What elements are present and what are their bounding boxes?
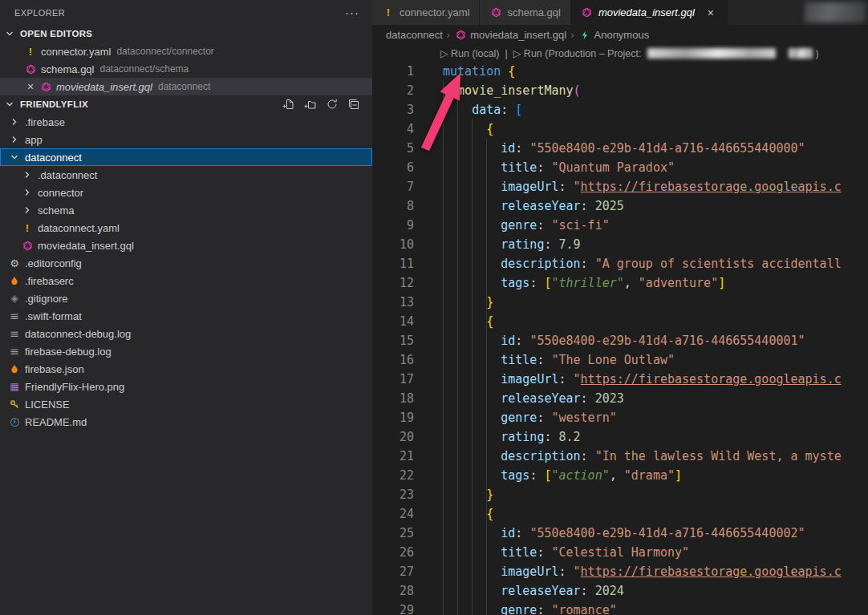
code-line-10[interactable]: 10 rating: 7.9 [372, 235, 868, 254]
yaml-warning-icon: ! [21, 221, 34, 234]
code-token: genre [501, 218, 537, 233]
code-token [443, 199, 501, 213]
file-item-editorconfig[interactable]: ⚙.editorconfig [0, 254, 372, 272]
code-text: imageUrl: "https://firebasestorage.googl… [443, 177, 868, 196]
file-item-dataconnect-yaml[interactable]: !dataconnect.yaml [0, 219, 372, 237]
code-text: rating: 8.2 [443, 427, 868, 447]
code-line-11[interactable]: 11 description: "A group of scientists a… [372, 254, 868, 273]
breadcrumb-item-anonymous[interactable]: Anonymous [578, 29, 650, 42]
codelens-run-production[interactable]: ▷ Run (Production – Project: [513, 47, 642, 59]
code-line-3[interactable]: 3 data: [ [372, 100, 868, 119]
tab-schema-gql[interactable]: schema.gql [480, 0, 570, 25]
code-line-2[interactable]: 2 movie_insertMany( [372, 81, 868, 100]
file-item-firebaserc[interactable]: .firebaserc [0, 272, 372, 289]
tabbar: !connector.yamlschema.gqlmoviedata_inser… [372, 0, 868, 25]
code-line-25[interactable]: 25 id: "550e8400-e29b-41d4-a716-44665544… [372, 524, 868, 543]
folder-item-dataconnect[interactable]: dataconnect [0, 148, 372, 166]
code-line-23[interactable]: 23 } [372, 485, 868, 504]
code-line-9[interactable]: 9 genre: "sci-fi" [372, 216, 868, 235]
open-editors-list: !connector.yamldataconnect/connectorsche… [0, 42, 372, 95]
code-line-16[interactable]: 16 title: "The Lone Outlaw" [372, 350, 868, 370]
code-line-5[interactable]: 5 id: "550e8400-e29b-41d4-a716-446655440… [372, 139, 868, 158]
lines-icon: ≡ [8, 310, 21, 322]
file-item-moviedata-insert-gql[interactable]: moviedata_insert.gql [0, 237, 372, 254]
line-number: 16 [372, 350, 443, 370]
code-line-29[interactable]: 29 genre: "romance" [372, 601, 868, 615]
close-icon[interactable]: × [24, 80, 37, 93]
code-line-26[interactable]: 26 title: "Celestial Harmony" [372, 543, 868, 562]
code-line-12[interactable]: 12 tags: ["thriller", "adventure"] [372, 273, 868, 293]
code-line-28[interactable]: 28 releaseYear: 2024 [372, 581, 868, 601]
code-token [443, 545, 501, 560]
code-token [443, 276, 501, 290]
code-token: id [501, 334, 515, 348]
line-number: 1 [372, 62, 443, 81]
code-line-17[interactable]: 17 imageUrl: "https://firebasestorage.go… [372, 370, 868, 389]
file-label: dataconnect-debug.log [25, 328, 131, 340]
open-editor-item-schema-gql[interactable]: schema.gqldataconnect/schema [0, 60, 372, 78]
collapse-all-button[interactable] [347, 97, 361, 111]
folder-item-app[interactable]: app [0, 131, 372, 148]
tab-connector-yaml[interactable]: !connector.yaml [372, 0, 480, 25]
code-line-20[interactable]: 20 rating: 8.2 [372, 427, 868, 447]
more-actions-button[interactable]: ··· [345, 6, 359, 19]
breadcrumb-separator: › [447, 29, 450, 41]
file-item-license[interactable]: LICENSE [0, 395, 372, 413]
code-line-7[interactable]: 7 imageUrl: "https://firebasestorage.goo… [372, 177, 868, 196]
code-token [443, 180, 501, 194]
sidebar-titlebar: EXPLORER ··· [0, 0, 372, 25]
folder-item-firebase[interactable]: .firebase [0, 113, 372, 131]
file-item-gitignore[interactable]: ◈.gitignore [0, 289, 372, 307]
folder-item-schema[interactable]: schema [0, 201, 372, 219]
file-label: .gitignore [25, 293, 67, 305]
open-editor-item-connector-yaml[interactable]: !connector.yamldataconnect/connector [0, 42, 372, 60]
code-token [443, 391, 501, 406]
workspace-header[interactable]: FRIENDLYFLIX [0, 95, 372, 113]
folder-item-connector[interactable]: connector [0, 184, 372, 201]
code-token: " [574, 180, 581, 194]
open-editor-item-moviedata-insert-gql[interactable]: ×moviedata_insert.gqldataconnect [0, 78, 372, 95]
new-file-button[interactable] [282, 97, 296, 111]
codelens-run-local[interactable]: ▷ Run (local) [440, 47, 500, 59]
code-line-6[interactable]: 6 title: "Quantum Paradox" [372, 158, 868, 177]
code-token [443, 430, 501, 444]
editor-group: !connector.yamlschema.gqlmoviedata_inser… [372, 0, 868, 615]
code-line-27[interactable]: 27 imageUrl: "https://firebasestorage.go… [372, 562, 868, 581]
code-editor[interactable]: ▷ Run (local) | ▷ Run (Production – Proj… [372, 45, 868, 615]
code-line-1[interactable]: 1mutation { [372, 62, 868, 81]
code-token: "In the lawless Wild West, a myste [595, 449, 842, 463]
file-item-readme-md[interactable]: iREADME.md [0, 413, 372, 431]
code-line-22[interactable]: 22 tags: ["action", "drama"] [372, 466, 868, 485]
code-line-15[interactable]: 15 id: "550e8400-e29b-41d4-a716-44665544… [372, 331, 868, 350]
folder-item-dataconnect[interactable]: .dataconnect [0, 166, 372, 184]
breadcrumb-item-dataconnect[interactable]: dataconnect [386, 29, 443, 41]
tab-moviedata-insert-gql[interactable]: moviedata_insert.gql× [571, 0, 728, 25]
new-folder-button[interactable] [303, 97, 318, 111]
file-item-dataconnect-debug-log[interactable]: ≡dataconnect-debug.log [0, 325, 372, 342]
code-line-4[interactable]: 4 { [372, 119, 868, 139]
code-token: "550e8400-e29b-41d4-a716-446655440000" [529, 141, 805, 156]
breadcrumb-label: Anonymous [594, 29, 650, 41]
code-line-19[interactable]: 19 genre: "western" [372, 408, 868, 427]
file-item-firebase-json[interactable]: firebase.json [0, 360, 372, 378]
breadcrumb-item-moviedata-insert-gql[interactable]: moviedata_insert.gql [454, 29, 566, 42]
line-number: 15 [372, 331, 443, 350]
code-token [443, 468, 501, 483]
code-line-13[interactable]: 13 } [372, 293, 868, 312]
file-item-swift-format[interactable]: ≡.swift-format [0, 307, 372, 325]
close-icon[interactable]: × [704, 6, 717, 19]
code-line-14[interactable]: 14 { [372, 312, 868, 331]
open-editors-header[interactable]: OPEN EDITORS [0, 25, 372, 42]
code-token: https://firebasestorage.googleapis.c [581, 564, 842, 579]
key-icon [8, 398, 21, 411]
code-line-8[interactable]: 8 releaseYear: 2025 [372, 196, 868, 216]
line-number: 5 [372, 139, 443, 158]
refresh-button[interactable] [325, 97, 339, 111]
line-number: 14 [372, 312, 443, 331]
code-text: tags: ["action", "drama"] [443, 466, 868, 485]
code-line-24[interactable]: 24 { [372, 504, 868, 524]
code-line-18[interactable]: 18 releaseYear: 2023 [372, 389, 868, 408]
file-item-firebase-debug-log[interactable]: ≡firebase-debug.log [0, 342, 372, 360]
file-item-friendlyflix-hero-png[interactable]: ▦FriendlyFlix-Hero.png [0, 378, 372, 395]
code-line-21[interactable]: 21 description: "In the lawless Wild Wes… [372, 447, 868, 466]
